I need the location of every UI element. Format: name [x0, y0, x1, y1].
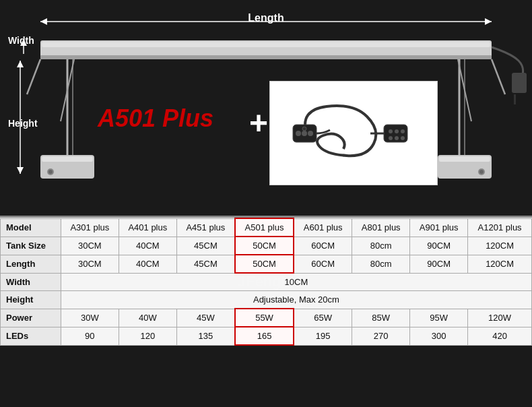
length-a901: 90CM — [410, 255, 468, 273]
label-power: Power — [1, 309, 61, 327]
tank-a901: 90CM — [410, 237, 468, 255]
width-label: Width — [8, 35, 34, 46]
svg-point-32 — [395, 129, 399, 133]
power-a901: 95W — [410, 309, 468, 327]
col-header-model: Model — [1, 218, 61, 237]
controller-image — [269, 81, 438, 185]
specs-table-section: JFengLi Model A301 plus A401 plus A451 p… — [0, 216, 532, 346]
svg-point-29 — [302, 127, 306, 131]
svg-point-26 — [296, 131, 301, 136]
svg-point-31 — [389, 129, 393, 133]
length-a501: 50CM — [235, 255, 294, 273]
col-header-a801: A801 plus — [352, 218, 410, 237]
leds-a1201: 420 — [468, 327, 532, 345]
power-a301: 30W — [61, 309, 119, 327]
height-span: Adjustable, Max 20cm — [61, 291, 531, 309]
svg-point-27 — [302, 131, 307, 136]
tank-a451: 45CM — [176, 237, 235, 255]
leds-a901: 300 — [410, 327, 468, 345]
col-header-a301: A301 plus — [61, 218, 119, 237]
svg-point-33 — [401, 129, 405, 133]
length-a301: 30CM — [61, 255, 119, 273]
svg-point-36 — [401, 136, 405, 140]
tank-a801: 80cm — [352, 237, 410, 255]
tank-a601: 60CM — [294, 237, 352, 255]
leds-a601: 195 — [294, 327, 352, 345]
label-height: Height — [1, 291, 61, 309]
length-a451: 45CM — [176, 255, 235, 273]
leds-a801: 270 — [352, 327, 410, 345]
specs-table: Model A301 plus A401 plus A451 plus A501… — [0, 218, 532, 346]
table-row-height: Height Adjustable, Max 20cm — [1, 291, 532, 309]
height-label: Height — [8, 118, 38, 129]
controller-svg — [286, 96, 421, 170]
label-tank-size: Tank Size — [1, 237, 61, 255]
svg-rect-6 — [42, 42, 490, 47]
leds-a501: 165 — [235, 327, 294, 345]
leds-a451: 135 — [176, 327, 235, 345]
power-a801: 85W — [352, 309, 410, 327]
plus-sign: + — [249, 104, 268, 142]
length-a401: 40CM — [119, 255, 176, 273]
model-label: A501 Plus — [98, 104, 213, 133]
col-header-a1201: A1201 plus — [468, 218, 532, 237]
length-a601: 60CM — [294, 255, 352, 273]
svg-point-15 — [48, 170, 53, 174]
length-a1201: 120CM — [468, 255, 532, 273]
svg-rect-21 — [514, 94, 516, 104]
col-header-a601: A601 plus — [294, 218, 352, 237]
power-a451: 45W — [176, 309, 235, 327]
leds-a401: 120 — [119, 327, 176, 345]
leds-a301: 90 — [61, 327, 119, 345]
power-a501: 55W — [235, 309, 294, 327]
tank-a1201: 120CM — [468, 237, 532, 255]
fixture-diagram: Length Width Height A501 Plus + — [0, 0, 532, 216]
svg-marker-23 — [17, 61, 24, 67]
svg-marker-2 — [485, 18, 492, 25]
col-header-a901: A901 plus — [410, 218, 468, 237]
svg-point-19 — [479, 170, 484, 174]
table-header-row: Model A301 plus A401 plus A451 plus A501… — [1, 218, 532, 237]
label-length: Length — [1, 255, 61, 273]
tank-a301: 30CM — [61, 237, 119, 255]
width-span: 10CM — [61, 273, 531, 291]
table-row-leds: LEDs 90 120 135 165 195 270 300 420 — [1, 327, 532, 345]
table-row-power: Power 30W 40W 45W 55W 65W 85W 95W 120W — [1, 309, 532, 327]
table-row-length: Length 30CM 40CM 45CM 50CM 60CM 80cm 90C… — [1, 255, 532, 273]
svg-rect-20 — [512, 73, 527, 93]
svg-rect-17 — [439, 156, 490, 162]
label-width: Width — [1, 273, 61, 291]
table-row-width: Width 10CM — [1, 273, 532, 291]
length-label: Length — [248, 12, 284, 24]
length-a801: 80cm — [352, 255, 410, 273]
power-a1201: 120W — [468, 309, 532, 327]
col-header-a451: A451 plus — [176, 218, 235, 237]
tank-a401: 40CM — [119, 237, 176, 255]
svg-point-35 — [395, 136, 399, 140]
power-a401: 40W — [119, 309, 176, 327]
svg-marker-24 — [17, 167, 24, 174]
table-row-tank-size: Tank Size 30CM 40CM 45CM 50CM 60CM 80cm … — [1, 237, 532, 255]
svg-point-34 — [389, 136, 393, 140]
svg-point-28 — [308, 131, 313, 136]
col-header-a401: A401 plus — [119, 218, 176, 237]
tank-a501: 50CM — [235, 237, 294, 255]
power-a601: 65W — [294, 309, 352, 327]
svg-marker-1 — [40, 18, 47, 25]
label-leds: LEDs — [1, 327, 61, 345]
col-header-a501: A501 plus — [235, 218, 294, 237]
svg-rect-7 — [40, 55, 492, 59]
svg-rect-13 — [42, 156, 93, 162]
